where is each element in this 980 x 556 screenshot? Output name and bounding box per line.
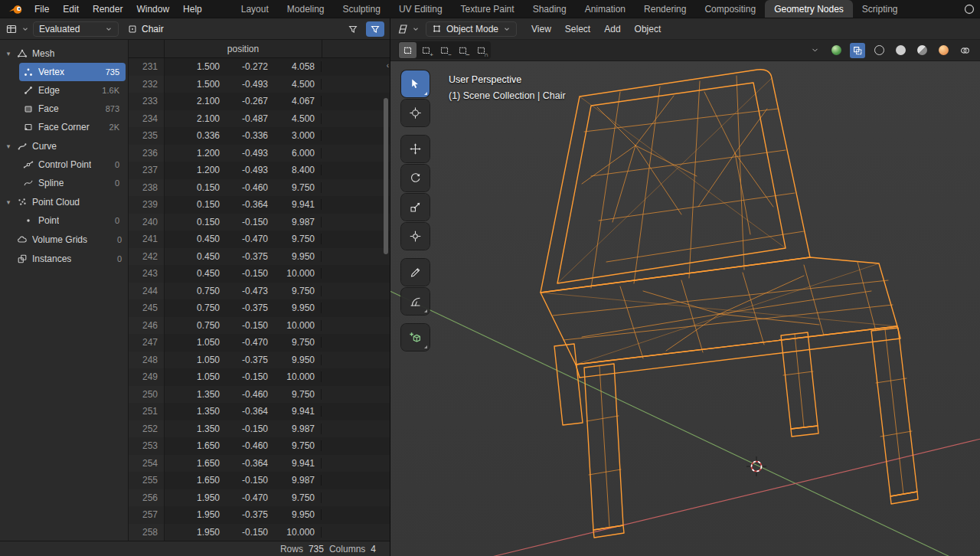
sidebar-item-spline[interactable]: Spline0 <box>19 174 126 192</box>
table-row[interactable]: 2501.350-0.4609.750 <box>129 386 390 404</box>
spreadsheet-editor-icon[interactable] <box>5 23 18 35</box>
table-column-header[interactable]: position <box>129 40 390 58</box>
tab-geometry-nodes[interactable]: Geometry Nodes <box>765 0 853 18</box>
expand-chevron-icon[interactable]: ▾ <box>5 198 12 206</box>
annotate-tool-button[interactable] <box>401 259 430 286</box>
move-tool-button[interactable] <box>401 136 430 162</box>
menu-window[interactable]: Window <box>129 0 176 18</box>
sidebar-item-control-point[interactable]: Control Point0 <box>19 155 126 174</box>
cursor-3d-tool-button[interactable] <box>401 100 430 126</box>
select-mode-subtract-button[interactable]: − <box>436 42 453 58</box>
table-row[interactable]: 2361.200-0.4936.000 <box>129 145 390 162</box>
sidebar-item-face[interactable]: Face873 <box>19 100 126 118</box>
tab-modeling[interactable]: Modeling <box>278 0 334 18</box>
menu-file[interactable]: File <box>28 0 56 18</box>
table-scrollbar[interactable] <box>384 60 388 535</box>
overlays-button[interactable] <box>957 43 972 58</box>
table-row[interactable]: 2581.950-0.15010.000 <box>129 524 390 541</box>
tab-uv-editing[interactable]: UV Editing <box>390 0 452 18</box>
table-row[interactable]: 2332.100-0.2674.067 <box>129 93 390 110</box>
viewport-editor-icon[interactable] <box>397 23 409 35</box>
material-preview-sphere-button[interactable] <box>828 43 844 58</box>
table-row[interactable]: 2350.336-0.3363.000 <box>129 127 390 145</box>
table-row[interactable]: 2342.100-0.4874.500 <box>129 110 390 128</box>
transform-tool-button[interactable] <box>401 223 430 250</box>
table-row[interactable]: 2551.650-0.1509.987 <box>129 472 390 489</box>
shading-rendered-button[interactable] <box>936 43 951 58</box>
object-breadcrumb[interactable]: Chair <box>122 24 168 34</box>
table-row[interactable]: 2440.750-0.4739.750 <box>129 283 390 300</box>
tab-shading[interactable]: Shading <box>524 0 576 18</box>
shading-material-button[interactable] <box>914 43 929 58</box>
sidebar-item-vertex[interactable]: Vertex735 <box>19 63 126 81</box>
scale-tool-button[interactable] <box>401 194 430 221</box>
table-row[interactable]: 2410.450-0.4709.750 <box>129 231 390 248</box>
scrollbar-thumb[interactable] <box>384 98 388 255</box>
filter-toggle-button[interactable] <box>344 21 362 37</box>
table-row[interactable]: 2491.050-0.15010.000 <box>129 368 390 386</box>
tab-rendering[interactable]: Rendering <box>635 0 695 18</box>
viewport-menu-view[interactable]: View <box>524 24 558 34</box>
chevron-down-icon[interactable] <box>21 25 29 33</box>
tab-sculpting[interactable]: Sculpting <box>334 0 390 18</box>
sidebar-item-mesh[interactable]: ▾Mesh <box>0 44 128 63</box>
filter-options-button[interactable] <box>366 21 384 37</box>
table-row[interactable]: 2420.450-0.3759.950 <box>129 248 390 266</box>
select-mode-intersect-button[interactable]: ∩ <box>472 42 490 58</box>
tab-scripting[interactable]: Scripting <box>853 0 907 18</box>
expand-chevron-icon[interactable]: ▾ <box>5 142 12 150</box>
table-row[interactable]: 2541.650-0.3649.941 <box>129 455 390 473</box>
table-row[interactable]: 2400.150-0.1509.987 <box>129 214 390 231</box>
table-row[interactable]: 2380.150-0.4609.750 <box>129 179 390 197</box>
table-row[interactable]: 2511.350-0.3649.941 <box>129 403 390 420</box>
select-mode-invert-button[interactable]: ∼ <box>454 42 472 58</box>
sidebar-item-point-cloud[interactable]: ▾Point Cloud <box>0 192 128 211</box>
table-row[interactable]: 2311.500-0.2724.058 <box>129 58 390 76</box>
table-row[interactable]: 2531.650-0.4609.750 <box>129 437 390 455</box>
position-column-header[interactable]: position <box>165 44 322 54</box>
table-row[interactable]: 2390.150-0.3649.941 <box>129 196 390 214</box>
mode-dropdown[interactable]: Object Mode <box>426 21 517 37</box>
sidebar-item-edge[interactable]: Edge1.6K <box>19 81 126 100</box>
expand-chevron-icon[interactable]: ▾ <box>5 50 12 57</box>
select-mode-extend-button[interactable]: + <box>417 42 435 58</box>
blender-logo-icon[interactable] <box>5 0 28 18</box>
xray-toggle-button[interactable] <box>850 43 865 58</box>
sidebar-item-curve[interactable]: ▾Curve <box>0 136 128 155</box>
dataset-dropdown[interactable]: Evaluated <box>33 21 119 37</box>
viewport-menu-object[interactable]: Object <box>628 24 668 34</box>
select-box-tool-button[interactable] <box>401 70 430 97</box>
rotate-tool-button[interactable] <box>401 165 430 191</box>
sidebar-item-face-corner[interactable]: Face Corner2K <box>19 118 126 136</box>
shading-wireframe-button[interactable] <box>871 43 887 58</box>
sidebar-item-instances[interactable]: Instances0 <box>0 249 128 268</box>
table-row[interactable]: 2430.450-0.15010.000 <box>129 265 390 283</box>
menu-render[interactable]: Render <box>86 0 129 18</box>
viewport-menu-select[interactable]: Select <box>558 24 597 34</box>
tab-animation[interactable]: Animation <box>576 0 635 18</box>
viewport-canvas[interactable]: User Perspective (1) Scene Collection | … <box>390 61 980 556</box>
sidebar-item-volume-grids[interactable]: Volume Grids0 <box>0 230 128 249</box>
status-circle-icon[interactable] <box>963 3 975 15</box>
menu-help[interactable]: Help <box>176 0 209 18</box>
table-row[interactable]: 2450.750-0.3759.950 <box>129 299 390 317</box>
cursor-3d[interactable] <box>746 456 766 476</box>
sidebar-item-point[interactable]: Point0 <box>19 211 126 230</box>
menu-edit[interactable]: Edit <box>56 0 86 18</box>
table-row[interactable]: 2481.050-0.3759.950 <box>129 352 390 369</box>
chevron-down-icon[interactable] <box>412 25 420 33</box>
table-row[interactable]: 2321.500-0.4934.500 <box>129 76 390 93</box>
table-row[interactable]: 2371.200-0.4938.400 <box>129 162 390 179</box>
shading-solid-button[interactable] <box>893 43 908 58</box>
add-cube-tool-button[interactable] <box>401 324 430 351</box>
measure-tool-button[interactable] <box>401 288 430 315</box>
table-row[interactable]: 2460.750-0.15010.000 <box>129 317 390 335</box>
tab-compositing[interactable]: Compositing <box>695 0 765 18</box>
table-row[interactable]: 2561.950-0.4709.750 <box>129 489 390 507</box>
table-row[interactable]: 2471.050-0.4709.750 <box>129 334 390 352</box>
table-row[interactable]: 2571.950-0.3759.950 <box>129 506 390 524</box>
select-mode-new-button[interactable] <box>399 42 416 58</box>
chevron-down-button[interactable] <box>807 43 822 58</box>
tab-texture-paint[interactable]: Texture Paint <box>452 0 524 18</box>
viewport-menu-add[interactable]: Add <box>597 24 627 34</box>
